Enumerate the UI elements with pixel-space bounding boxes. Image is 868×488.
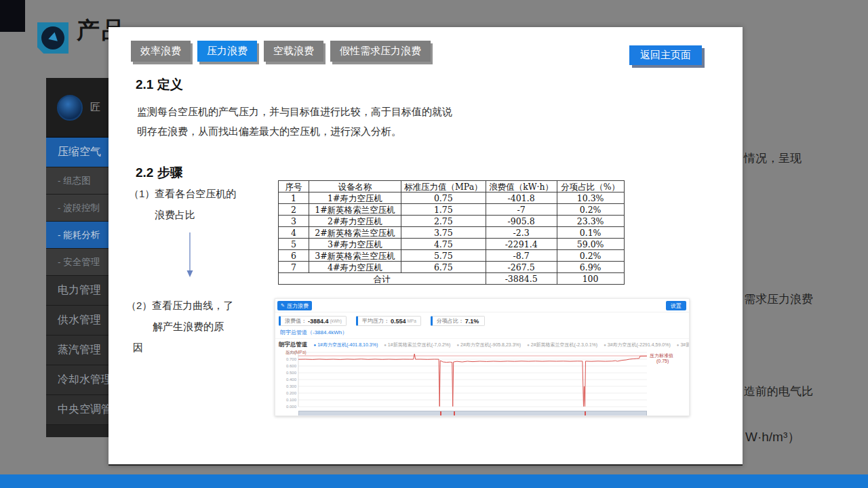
cell: 4 [279,227,309,239]
svg-text:(0.75): (0.75) [656,359,669,364]
sidebar-logo: 匠 [46,78,108,138]
cell: 3.75 [401,227,486,239]
cell: 6 [279,250,309,262]
stat-value: -3884.4 [308,318,329,325]
return-main-page-button[interactable]: 返回主页面 [629,45,702,65]
sidebar-item-power-management[interactable]: 电力管理 [46,276,108,306]
stat-avg-pressure: 平均压力： 0.554 MPa [356,316,421,326]
legend-item: ●3#寿力空压机(-2291.4,59.0%) [604,342,671,348]
stat-label: 分项占比： [437,317,464,325]
back-app-icon[interactable] [37,22,68,54]
legend-dot-icon: ● [456,343,459,347]
background-text-fragment: W·h/m³） [745,428,800,446]
pressure-line-chart: 0.8000.7000.6000.5000.4000.3000.2000.100… [275,350,690,411]
pressure-chart-area: 压力(MPa) 0.8000.7000.6000.5000.4000.3000.… [275,350,689,411]
cell: 2#寿力空压机 [309,216,401,227]
legend-item: ●2#寿力空压机(-905.8,23.3%) [456,342,521,348]
col-header-index: 序号 [279,181,309,192]
tab-idle-waste[interactable]: 空载浪费 [264,41,323,62]
pressure-waste-screenshot: ✎ 压力浪费 设置 浪费值： -3884.4 (kWh) 平均压力： 0.554… [275,298,690,416]
sidebar-logo-label: 匠 [90,101,100,114]
sidebar-item-band-control[interactable]: - 波段控制 [46,195,108,222]
svg-text:0.100: 0.100 [286,398,297,402]
legend-item: ●2#新英格索兰空压机(-2.3,0.1%) [527,342,597,348]
cell: 7 [279,262,309,273]
back-triangle-icon [47,32,58,43]
cell: 3#新英格索兰空压机 [309,250,401,262]
cell: 0.2% [557,250,624,262]
legend-label: 2#新英格索兰空压机(-2.3,0.1%) [531,342,597,348]
legend-dot-icon: ● [677,343,679,347]
sidebar-item-central-ac[interactable]: 中央空调管理 [46,395,108,425]
cell: 2#新英格索兰空压机 [309,227,401,239]
sidebar-item-config-diagram[interactable]: - 组态图 [46,167,108,195]
y-axis-unit-label: 压力(MPa) [285,350,307,356]
legend-label: 2#寿力空压机(-905.8,23.3%) [460,342,521,348]
svg-text:0.300: 0.300 [286,384,297,388]
table-row: 42#新英格索兰空压机3.75-2.30.1% [279,227,625,239]
sidebar-item-steam-management[interactable]: 蒸汽管理 [46,336,108,365]
total-waste-value: -3884.5 [486,273,557,285]
cell: 59.0% [557,239,624,250]
definition-line: 监测每台空压机的产气压力，并与目标值进行比较，高于目标值的就说 [137,102,452,121]
table-row: 53#寿力空压机4.75-2291.459.0% [279,239,625,250]
total-label: 合计 [279,273,486,285]
stat-label: 浪费值： [285,317,307,325]
col-header-device: 设备名称 [309,181,401,192]
steps-heading: 2.2 步骤 [136,164,183,182]
table-row: 74#寿力空压机6.75-267.56.9% [279,262,625,273]
company-logo-icon [57,95,83,121]
definition-body: 监测每台空压机的产气压力，并与目标值进行比较，高于目标值的就说 明存在浪费，从而… [137,102,452,141]
table-row: 11#寿力空压机0.75-401.810.3% [279,192,625,204]
cell: 6.75 [401,262,486,273]
cell: 1#新英格索兰空压机 [309,204,401,216]
stat-waste-value: 浪费值： -3884.4 (kWh) [279,316,347,326]
stat-value: 0.554 [391,318,406,325]
cell: -401.8 [486,192,557,204]
cell: 0.75 [401,192,486,204]
step-1-line: 浪费占比 [129,204,236,225]
tab-efficiency-waste[interactable]: 效率浪费 [131,41,191,62]
cell: 1.75 [401,204,486,216]
legend-item: ●1#新英格索兰空压机(-7,0.2%) [384,342,450,348]
stat-unit: (kWh) [330,319,342,323]
sidebar-item-compressed-air[interactable]: 压缩空气 [46,138,108,167]
sidebar-item-cooling-water[interactable]: 冷却水管理 [46,365,108,395]
legend-title: 朗宇总管道 [279,341,308,349]
screenshot-tab-pressure-waste: ✎ 压力浪费 [277,301,312,310]
cell: 23.3% [557,216,624,227]
svg-text:0.500: 0.500 [286,371,297,375]
svg-text:0.400: 0.400 [286,378,297,382]
sidebar-item-safety-management[interactable]: - 安全管理 [46,249,108,276]
background-text-fragment: 情况，呈现 [744,150,802,166]
bottom-taskbar [0,474,868,488]
waste-ratio-table: 序号 设备名称 标准压力值（MPa） 浪费值（kW·h） 分项占比（%） 11#… [278,180,625,285]
cell: -2291.4 [486,239,557,250]
scrollbar-event-tick [585,411,586,416]
tab-false-demand-pressure-waste[interactable]: 假性需求压力浪费 [330,41,431,62]
cell: 2 [279,204,309,216]
tab-pressure-waste[interactable]: 压力浪费 [197,41,257,62]
sidebar-item-energy-analysis[interactable]: - 能耗分析 [46,222,108,249]
definition-heading: 2.1 定义 [136,76,183,94]
cell: 10.3% [557,192,624,204]
background-text-fragment: 造前的电气比 [744,384,813,399]
legend-label: 3#新英格索兰空压机(-8.7,0.2%) [680,342,689,348]
cell: 2.75 [401,216,486,227]
settings-button: 设置 [666,301,686,310]
table-row: 32#寿力空压机2.75-905.823.3% [279,216,625,227]
screenshot-header: ✎ 压力浪费 设置 [275,299,689,312]
cell: -2.3 [486,227,557,239]
legend-dot-icon: ● [527,343,530,347]
svg-text:0.200: 0.200 [286,391,297,395]
cell: 0.1% [557,227,624,239]
table-row: 63#新英格索兰空压机5.75-8.70.2% [279,250,625,262]
cell: -267.5 [486,262,557,273]
step-2-text: （2）查看压力曲线，了 解产生浪费的原 因 [126,295,233,358]
sidebar-item-water-supply[interactable]: 供水管理 [46,306,108,336]
step-2-line: 因 [126,337,233,358]
legend-label: 1#新英格索兰空压机(-7,0.2%) [388,342,451,348]
cell: 6.9% [557,262,624,273]
stat-share-pct: 分项占比： 7.1% [431,316,486,326]
cell: -905.8 [486,216,557,227]
